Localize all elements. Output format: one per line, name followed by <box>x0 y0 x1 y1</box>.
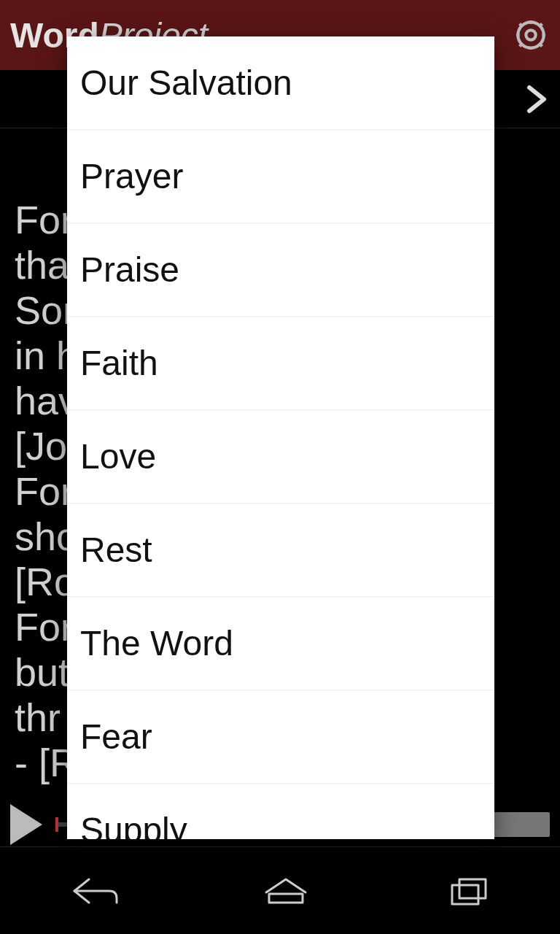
svg-point-1 <box>518 22 543 47</box>
modal-item-label: Love <box>80 436 156 476</box>
recent-apps-button[interactable] <box>446 873 491 908</box>
next-button[interactable] <box>518 78 553 120</box>
svg-rect-2 <box>452 885 478 904</box>
gear-icon <box>513 17 549 53</box>
modal-item-label: Supply <box>80 810 187 839</box>
modal-item-prayer[interactable]: Prayer <box>67 130 494 223</box>
topic-picker-modal: Our Salvation Prayer Praise Faith Love R… <box>67 36 494 839</box>
chevron-right-icon <box>518 78 553 120</box>
modal-item-label: Fear <box>80 717 152 757</box>
play-button[interactable] <box>10 804 42 845</box>
back-button[interactable] <box>69 873 125 908</box>
modal-item-praise[interactable]: Praise <box>67 223 494 317</box>
home-icon <box>262 873 310 908</box>
modal-item-fear[interactable]: Fear <box>67 690 494 784</box>
modal-item-supply[interactable]: Supply <box>67 784 494 839</box>
system-nav-bar <box>0 846 560 934</box>
settings-button[interactable] <box>512 16 550 54</box>
modal-item-label: The Word <box>80 623 233 663</box>
modal-item-label: Our Salvation <box>80 63 292 103</box>
recent-apps-icon <box>446 873 491 908</box>
svg-rect-3 <box>459 879 486 898</box>
home-button[interactable] <box>262 873 310 908</box>
modal-item-label: Praise <box>80 250 179 290</box>
modal-item-label: Prayer <box>80 156 183 196</box>
modal-item-label: Rest <box>80 530 152 570</box>
modal-item-love[interactable]: Love <box>67 410 494 503</box>
seek-end-block <box>491 812 550 837</box>
svg-point-0 <box>526 30 535 39</box>
modal-item-rest[interactable]: Rest <box>67 503 494 597</box>
modal-item-the-word[interactable]: The Word <box>67 597 494 690</box>
modal-item-label: Faith <box>80 343 158 383</box>
modal-item-faith[interactable]: Faith <box>67 317 494 410</box>
modal-item-our-salvation[interactable]: Our Salvation <box>67 36 494 130</box>
back-icon <box>69 873 125 908</box>
seek-thumb[interactable] <box>55 817 58 832</box>
